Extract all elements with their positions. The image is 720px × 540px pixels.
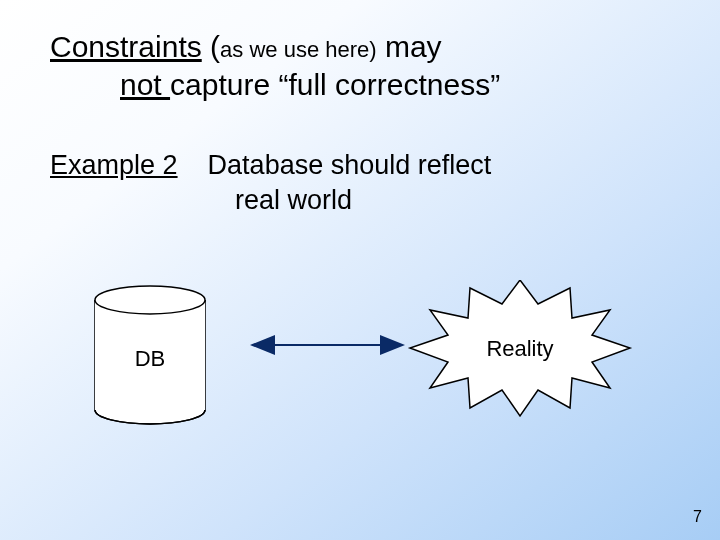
title-not: not (120, 68, 170, 101)
title-capture: capture “full correctness” (170, 68, 500, 101)
slide: Constraints (as we use here) may not cap… (0, 0, 720, 540)
gap (178, 150, 208, 180)
title-line2: not capture “full correctness” (120, 66, 500, 104)
db-cylinder-icon: DB (95, 286, 205, 424)
reality-label: Reality (486, 336, 553, 361)
db-label: DB (135, 346, 166, 371)
subtitle-line2: real world (235, 185, 352, 216)
svg-marker-6 (380, 335, 405, 355)
double-arrow-icon (250, 335, 405, 355)
database-should-reflect: Database should reflect (208, 150, 492, 180)
diagram-svg: DB Reality (90, 280, 650, 450)
page-number: 7 (693, 508, 702, 526)
reality-starburst-icon: Reality (410, 280, 630, 416)
svg-marker-5 (250, 335, 275, 355)
diagram: DB Reality (90, 280, 650, 450)
title-open-paren: ( (202, 30, 220, 63)
subtitle-line1: Example 2 Database should reflect (50, 150, 670, 181)
title-constraints: Constraints (50, 30, 202, 63)
slide-title: Constraints (as we use here) may not cap… (50, 28, 670, 103)
example-label: Example 2 (50, 150, 178, 180)
title-may: may (377, 30, 442, 63)
title-aswehuse: as we use here) (220, 37, 377, 62)
